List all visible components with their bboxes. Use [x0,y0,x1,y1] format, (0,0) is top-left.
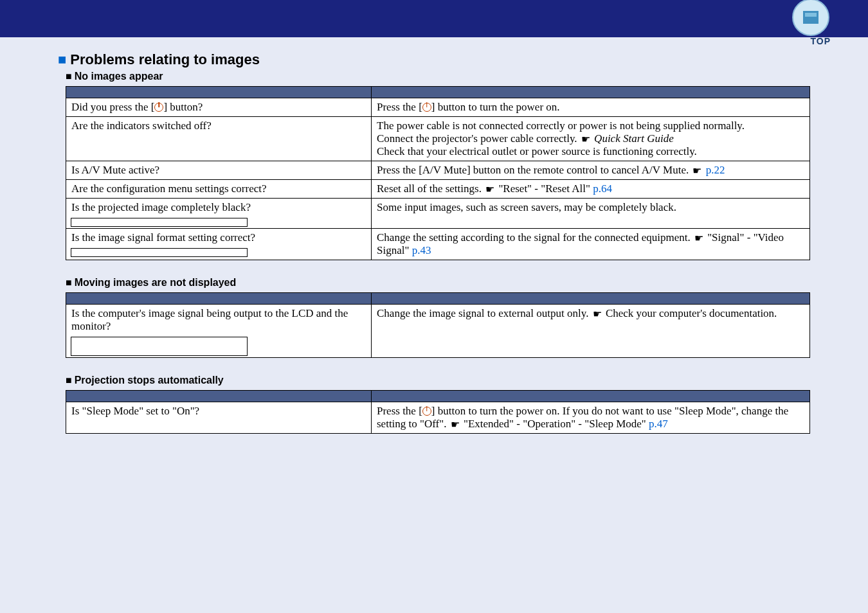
remedy-line: Connect the projector's power cable corr… [377,132,580,145]
square-bullet-icon: ■ [66,71,72,82]
square-bullet-icon: ■ [66,375,72,386]
table-row: Is the image signal format setting corre… [66,229,810,260]
check-cell: Are the configuration menu settings corr… [66,180,372,199]
subnote-box [71,337,248,356]
square-bullet-icon: ■ [66,277,72,288]
table-row: Is "Sleep Mode" set to "On"? Press the [… [66,402,810,434]
power-icon [422,103,431,112]
check-text: Is the computer's image signal being out… [71,307,348,332]
check-cell: Did you press the [] button? [66,98,372,117]
remedy-cell: Reset all of the settings. ☛ "Reset" - "… [372,180,810,199]
col-check [66,391,372,402]
table-row: Is A/V Mute active? Press the [A/V Mute]… [66,161,810,180]
remedy-cell: The power cable is not connected correct… [372,117,810,161]
reference-icon: ☛ [485,183,494,195]
reference-icon: ☛ [581,133,590,145]
table-row: Is the computer's image signal being out… [66,305,810,358]
sub-heading-1: ■No images appear [66,71,810,82]
remedy-text: Change the image signal to external outp… [377,307,592,319]
table-row: Are the configuration menu settings corr… [66,180,810,199]
check-cell: Is A/V Mute active? [66,161,372,180]
power-icon [422,407,431,416]
reference-icon: ☛ [593,308,602,320]
sub-heading-2: ■Moving images are not displayed [66,277,810,289]
remedy-line: The power cable is not connected correct… [377,120,745,132]
table-no-images: Did you press the [] button? Press the [… [66,86,810,260]
reference-icon: ☛ [694,232,703,244]
reference-icon: ☛ [692,164,701,177]
col-remedy [372,391,810,402]
content-area: ■Problems relating to images ■No images … [0,37,868,434]
square-bullet-icon: ■ [58,51,66,67]
section-heading: ■Problems relating to images [58,51,810,68]
top-logo-icon[interactable] [792,0,829,36]
page-link[interactable]: p.22 [706,164,725,176]
page-link[interactable]: p.47 [649,418,668,430]
check-cell: Is the computer's image signal being out… [66,305,372,358]
remedy-text: Change the setting according to the sign… [377,231,693,244]
remedy-cell: Press the [A/V Mute] button on the remot… [372,161,810,180]
sub-heading-3: ■Projection stops automatically [66,375,810,386]
remedy-text: Press the [A/V Mute] button on the remot… [377,164,691,176]
col-remedy [372,87,810,98]
remedy-line: Check that your electrical outlet or pow… [377,145,697,157]
table-row: Is the projected image completely black?… [66,199,810,229]
col-check [66,87,372,98]
table-projection-stops: Is "Sleep Mode" set to "On"? Press the [… [66,390,810,434]
page-link[interactable]: p.43 [412,244,431,256]
main-heading-text: Problems relating to images [70,51,260,67]
remedy-cell: Change the image signal to external outp… [372,305,810,358]
remedy-text: Reset all of the settings. [377,182,484,195]
power-icon [154,103,163,112]
reference-icon: ☛ [451,418,460,431]
check-cell: Are the indicators switched off? [66,117,372,161]
subnote-box [71,218,248,227]
remedy-text: "Reset" - "Reset All" [496,182,593,195]
table-header-row [66,87,810,98]
check-cell: Is the image signal format setting corre… [66,229,372,260]
top-label: TOP [810,36,831,46]
page-link[interactable]: p.64 [593,182,612,195]
check-text: Is the image signal format setting corre… [71,231,255,244]
remedy-cell: Some input images, such as screen savers… [372,199,810,229]
remedy-cell: Press the [] button to turn the power on… [372,402,810,434]
sub-heading-1-text: No images appear [75,71,163,82]
reference-italic: Quick Start Guide [594,132,674,145]
remedy-text: "Extended" - "Operation" - "Sleep Mode" [461,418,649,430]
subnote-box [71,248,248,257]
sub-heading-2-text: Moving images are not displayed [75,277,237,288]
col-remedy [372,293,810,305]
table-header-row [66,391,810,402]
check-cell: Is the projected image completely black? [66,199,372,229]
check-text: Is the projected image completely black? [71,201,251,213]
col-check [66,293,372,305]
table-row: Did you press the [] button? Press the [… [66,98,810,117]
check-cell: Is "Sleep Mode" set to "On"? [66,402,372,434]
remedy-cell: Change the setting according to the sign… [372,229,810,260]
table-row: Are the indicators switched off? The pow… [66,117,810,161]
header-bar: TOP [0,0,868,37]
remedy-text: Check your computer's documentation. [603,307,777,319]
sub-heading-3-text: Projection stops automatically [75,375,224,386]
remedy-cell: Press the [] button to turn the power on… [372,98,810,117]
table-moving-images: Is the computer's image signal being out… [66,292,810,358]
table-header-row [66,293,810,305]
